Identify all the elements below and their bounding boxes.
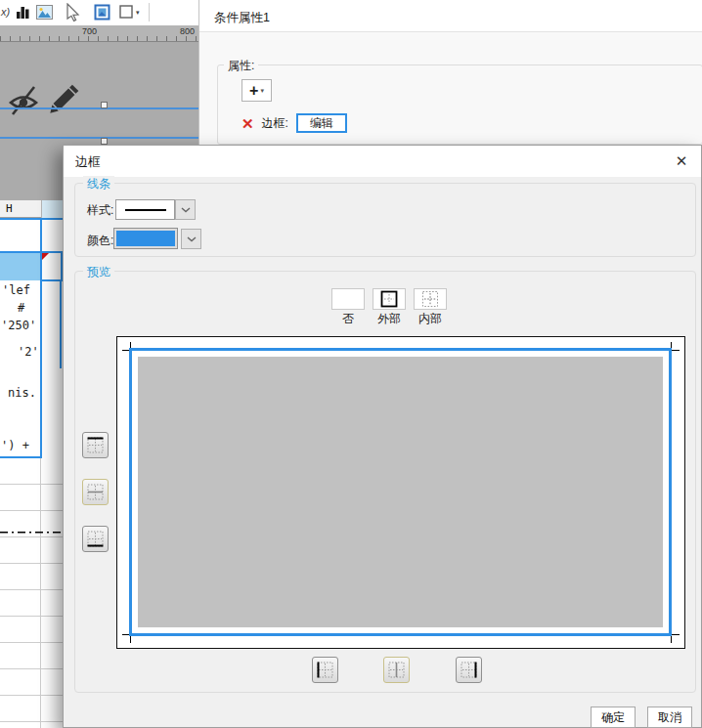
no-border-icon: [339, 290, 357, 308]
cell-text[interactable]: ') +: [1, 439, 29, 452]
cell-text[interactable]: '250': [1, 319, 36, 332]
framed-image-icon[interactable]: [94, 4, 110, 24]
border-attribute-row: ✕ 边框: 编辑: [241, 112, 347, 134]
preset-none-label: 否: [331, 311, 365, 327]
color-swatch-blue: [116, 231, 175, 246]
preview-cell-fill: [138, 357, 663, 627]
dialog-titlebar[interactable]: 边框 ✕: [64, 146, 701, 177]
eye-slash-icon[interactable]: [8, 81, 39, 124]
plus-icon: +: [249, 83, 258, 99]
grid-border-blue: [0, 218, 63, 220]
border-preview-canvas[interactable]: [116, 336, 685, 649]
selection-handle-bottom[interactable]: [101, 138, 108, 145]
cell-text[interactable]: 'lef: [2, 283, 30, 297]
border-dialog: 边框 ✕ 线条 样式: 颜色: 预览 否 外部 内: [63, 145, 702, 728]
column-header-row[interactable]: H: [0, 200, 63, 218]
line-color-well[interactable]: [113, 228, 178, 249]
dialog-title: 边框: [75, 153, 101, 171]
column-header-label: H: [6, 202, 13, 215]
inner-border-icon: [421, 290, 439, 308]
left-border-icon: [317, 662, 333, 678]
preset-outer-label: 外部: [373, 311, 406, 327]
chevron-down-icon: [187, 236, 197, 242]
cell-text[interactable]: '2': [18, 345, 39, 359]
preset-inner-button[interactable]: [414, 288, 447, 310]
bar-chart-icon[interactable]: [15, 4, 30, 23]
style-dropdown-button[interactable]: [175, 199, 196, 220]
preview-group-label: 预览: [83, 264, 114, 280]
chevron-down-icon: ▾: [260, 87, 264, 95]
canvas-guide-line-top[interactable]: [0, 107, 198, 109]
canvas-guide-line-bottom[interactable]: [0, 137, 198, 139]
column-separator: [40, 458, 41, 728]
corner-mark-bottom-right: [671, 634, 680, 643]
pencil-icon[interactable]: [43, 79, 80, 128]
preset-none-button[interactable]: [331, 288, 365, 310]
right-border-button[interactable]: [456, 657, 482, 683]
delete-icon[interactable]: ✕: [241, 116, 254, 131]
border-attribute-label: 边框:: [262, 115, 288, 132]
rectangle-shape-icon[interactable]: [118, 4, 134, 23]
selected-cell[interactable]: [40, 251, 63, 281]
style-label: 样式:: [87, 202, 113, 219]
top-border-icon: [87, 437, 104, 453]
column-header-selected[interactable]: [42, 200, 63, 218]
cell-text[interactable]: nis.: [8, 386, 36, 400]
attributes-group-label: 属性:: [224, 58, 258, 74]
comment-marker-icon: [42, 253, 49, 260]
panel-titlebar: 条件属性1: [199, 0, 702, 32]
line-style-select[interactable]: [115, 199, 175, 220]
preset-outer-button[interactable]: [373, 288, 406, 310]
add-attribute-button[interactable]: + ▾: [241, 79, 272, 102]
corner-mark-top-right: [671, 342, 680, 351]
middle-vertical-border-icon: [388, 662, 405, 678]
cell-text[interactable]: #: [18, 301, 24, 315]
preset-inner-label: 内部: [414, 311, 447, 327]
close-icon[interactable]: ✕: [672, 151, 691, 171]
shape-dropdown-arrow-icon[interactable]: ▾: [136, 9, 140, 17]
cancel-button[interactable]: 取消: [647, 707, 692, 728]
bottom-border-icon: [87, 531, 104, 547]
right-border-icon: [461, 662, 477, 678]
edit-border-button[interactable]: 编辑: [296, 113, 347, 133]
left-border-button[interactable]: [312, 657, 338, 683]
color-dropdown-button[interactable]: [181, 229, 201, 249]
outer-border-icon: [380, 290, 398, 308]
bottom-border-button[interactable]: [82, 526, 109, 552]
condition-properties-panel: 条件属性1 属性: + ▾ ✕ 边框: 编辑: [198, 0, 702, 145]
middle-horizontal-border-icon: [87, 484, 104, 500]
image-icon[interactable]: [36, 5, 53, 23]
ruler-label-700: 700: [82, 26, 97, 36]
horizontal-ruler: 700 800: [0, 25, 198, 42]
attributes-group: 属性: + ▾ ✕ 边框: 编辑: [217, 64, 702, 145]
color-label: 颜色:: [87, 233, 113, 249]
ruler-ticks: [0, 36, 198, 41]
selection-handle-top[interactable]: [101, 102, 108, 108]
middle-horizontal-border-button[interactable]: [82, 479, 109, 505]
toolbar: x) ▾: [0, 0, 198, 25]
toolbar-separator: [149, 3, 150, 21]
column-separator: [41, 200, 42, 218]
cursor-icon[interactable]: [65, 3, 82, 26]
selected-row-highlight[interactable]: [0, 253, 40, 280]
middle-vertical-border-button[interactable]: [383, 657, 410, 683]
function-icon[interactable]: x): [1, 6, 10, 18]
chevron-down-icon: [181, 207, 191, 213]
spreadsheet: H 'lef # '250' '2' nis. ') +: [0, 200, 63, 728]
ruler-label-800: 800: [180, 26, 195, 36]
top-border-button[interactable]: [82, 432, 109, 458]
empty-grid-rows[interactable]: [0, 458, 63, 728]
line-group-label: 线条: [83, 176, 114, 193]
panel-title: 条件属性1: [214, 10, 270, 26]
page-break-line: [0, 532, 61, 534]
solid-line-sample: [125, 209, 166, 211]
ok-button[interactable]: 确定: [591, 707, 636, 728]
